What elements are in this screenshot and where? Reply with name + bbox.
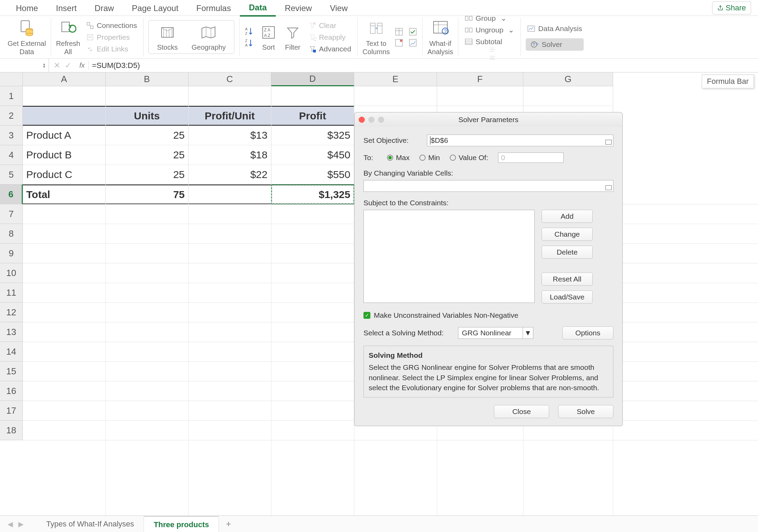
sheet-tab-three-products[interactable]: Three products [144,516,219,532]
properties-button[interactable]: Properties [85,32,138,42]
consolidate-button[interactable] [408,38,417,47]
advanced-button[interactable]: Advanced [307,44,352,54]
row-header-2[interactable]: 2 [0,106,23,126]
close-button[interactable]: Close [494,405,549,418]
cell-D4[interactable]: $450 [271,145,354,165]
cell-G1[interactable] [523,86,613,106]
tab-view[interactable]: View [321,0,357,16]
row-header-13[interactable]: 13 [0,322,23,342]
connections-button[interactable]: Connections [85,21,138,30]
tab-insert[interactable]: Insert [47,0,86,16]
value-of-input[interactable]: 0 [498,152,564,163]
cell-A2[interactable] [23,106,106,126]
name-box[interactable]: ▲▼ [0,59,49,72]
cell-A6[interactable]: Total [23,185,106,204]
constraints-listbox[interactable] [363,210,535,303]
set-objective-input[interactable]: $D$6 [427,135,613,146]
row-header-11[interactable]: 11 [0,283,23,303]
changing-cells-input[interactable] [363,180,613,192]
show-detail-button[interactable] [489,47,497,53]
sheet-tab-whatif-analyses[interactable]: Types of What-If Analyses [37,516,144,532]
solving-method-select[interactable]: GRG Nonlinear ▼ [458,327,533,339]
cell-B2[interactable]: Units [106,106,188,126]
col-header-A[interactable]: A [23,72,106,86]
row-header-17[interactable]: 17 [0,401,23,421]
share-button[interactable]: Share [712,1,751,14]
row-header-9[interactable]: 9 [0,244,23,263]
cell-C6[interactable] [188,185,271,204]
cell-C3[interactable]: $13 [188,126,271,145]
row-header-16[interactable]: 16 [0,381,23,401]
fx-label[interactable]: fx [76,61,88,69]
flash-fill-button[interactable] [395,27,404,36]
cell-D3[interactable]: $325 [271,126,354,145]
col-header-B[interactable]: B [106,72,188,86]
cell-A1[interactable] [23,86,106,106]
tab-data[interactable]: Data [240,0,276,17]
stocks-button[interactable]: Stocks [157,23,178,51]
remove-duplicates-button[interactable] [395,38,404,47]
col-header-F[interactable]: F [437,72,523,86]
cell-A3[interactable]: Product A [23,126,106,145]
cell-D5[interactable]: $550 [271,165,354,185]
whatif-analysis-button[interactable]: ? What-ifAnalysis [427,19,453,56]
row-header-1[interactable]: 1 [0,86,23,106]
change-constraint-button[interactable]: Change [542,228,593,241]
row-header-15[interactable]: 15 [0,362,23,381]
next-sheet-button[interactable]: ▶ [16,520,26,528]
close-window-button[interactable] [359,117,365,123]
row-header-12[interactable]: 12 [0,303,23,322]
row-header-3[interactable]: 3 [0,126,23,145]
row-header-7[interactable]: 7 [0,204,23,224]
dialog-titlebar[interactable]: Solver Parameters [354,112,622,127]
hide-detail-button[interactable] [489,55,497,61]
cell-B6[interactable]: 75 [106,185,188,204]
cancel-formula-button[interactable]: ✕ [54,61,60,70]
cell-B4[interactable]: 25 [106,145,188,165]
tab-draw[interactable]: Draw [86,0,123,16]
row-header-5[interactable]: 5 [0,165,23,185]
tab-review[interactable]: Review [276,0,321,16]
data-validation-button[interactable] [408,27,417,36]
col-header-G[interactable]: G [523,72,613,86]
cell-D1[interactable] [271,86,354,106]
cell-D2[interactable]: Profit [271,106,354,126]
delete-constraint-button[interactable]: Delete [542,246,593,259]
col-header-C[interactable]: C [188,72,271,86]
cell-C4[interactable]: $18 [188,145,271,165]
row-header-6[interactable]: 6 [0,185,23,204]
prev-sheet-button[interactable]: ◀ [5,520,16,528]
solve-button[interactable]: Solve [558,405,613,418]
cell-C1[interactable] [188,86,271,106]
sort-button[interactable]: Z AA Z Sort [259,23,278,51]
row-header-18[interactable]: 18 [0,421,23,440]
cell-A4[interactable]: Product B [23,145,106,165]
cell-F1[interactable] [437,86,523,106]
reapply-button[interactable]: Reapply [307,32,352,42]
sort-desc-button[interactable]: ZA [244,38,254,48]
reset-all-button[interactable]: Reset All [542,273,593,286]
formula-input[interactable]: =SUM(D3:D5) [89,61,140,70]
value-of-radio[interactable]: Value Of: [450,154,488,162]
cell-B3[interactable]: 25 [106,126,188,145]
text-to-columns-button[interactable]: Text toColumns [362,19,390,56]
row-header-10[interactable]: 10 [0,263,23,283]
group-button[interactable]: Group⌄ [463,13,516,23]
solver-button[interactable]: ?Solver [526,38,583,51]
geography-button[interactable]: Geography [192,23,226,51]
data-analysis-button[interactable]: Data Analysis [526,24,583,33]
options-button[interactable]: Options [562,326,613,339]
select-all-corner[interactable] [0,72,23,86]
col-header-D[interactable]: D [271,72,354,86]
min-radio[interactable]: Min [419,154,440,162]
row-header-4[interactable]: 4 [0,145,23,165]
add-constraint-button[interactable]: Add [542,210,593,223]
ungroup-button[interactable]: Ungroup⌄ [463,25,516,35]
col-header-E[interactable]: E [354,72,437,86]
cell-C5[interactable]: $22 [188,165,271,185]
row-header-14[interactable]: 14 [0,342,23,362]
row-header-8[interactable]: 8 [0,224,23,244]
get-external-data-button[interactable]: Get ExternalData [8,19,46,56]
cell-C2[interactable]: Profit/Unit [188,106,271,126]
tab-formulas[interactable]: Formulas [187,0,240,16]
